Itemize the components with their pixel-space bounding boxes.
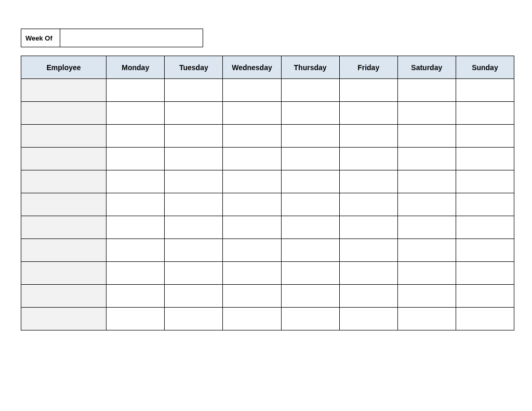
schedule-cell[interactable] <box>281 239 339 262</box>
schedule-cell[interactable] <box>223 308 281 330</box>
header-thursday: Thursday <box>281 56 339 79</box>
schedule-cell[interactable] <box>397 125 456 148</box>
schedule-cell[interactable] <box>397 239 456 262</box>
schedule-cell[interactable] <box>339 216 397 239</box>
schedule-cell[interactable] <box>223 170 281 193</box>
schedule-cell[interactable] <box>165 148 223 170</box>
schedule-cell[interactable] <box>456 148 514 170</box>
week-of-label: Week Of <box>21 29 60 47</box>
schedule-cell[interactable] <box>165 216 223 239</box>
schedule-cell[interactable] <box>165 308 223 330</box>
employee-cell[interactable] <box>21 285 107 308</box>
schedule-cell[interactable] <box>397 102 456 125</box>
schedule-cell[interactable] <box>281 308 339 330</box>
schedule-cell[interactable] <box>107 308 165 330</box>
schedule-cell[interactable] <box>397 79 456 102</box>
schedule-cell[interactable] <box>281 102 339 125</box>
schedule-cell[interactable] <box>456 79 514 102</box>
schedule-cell[interactable] <box>456 239 514 262</box>
schedule-cell[interactable] <box>456 125 514 148</box>
schedule-cell[interactable] <box>165 285 223 308</box>
employee-cell[interactable] <box>21 239 107 262</box>
schedule-cell[interactable] <box>223 193 281 216</box>
schedule-cell[interactable] <box>165 79 223 102</box>
schedule-cell[interactable] <box>223 216 281 239</box>
header-friday: Friday <box>339 56 397 79</box>
week-of-input[interactable] <box>60 29 203 47</box>
schedule-cell[interactable] <box>281 262 339 285</box>
schedule-cell[interactable] <box>397 262 456 285</box>
week-of-group: Week Of <box>21 29 514 47</box>
employee-cell[interactable] <box>21 102 107 125</box>
schedule-cell[interactable] <box>339 308 397 330</box>
table-row <box>21 102 514 125</box>
table-row <box>21 170 514 193</box>
schedule-cell[interactable] <box>281 216 339 239</box>
schedule-cell[interactable] <box>107 79 165 102</box>
employee-cell[interactable] <box>21 216 107 239</box>
schedule-cell[interactable] <box>281 285 339 308</box>
schedule-cell[interactable] <box>107 148 165 170</box>
schedule-cell[interactable] <box>165 102 223 125</box>
employee-cell[interactable] <box>21 79 107 102</box>
schedule-cell[interactable] <box>223 79 281 102</box>
schedule-cell[interactable] <box>281 79 339 102</box>
schedule-cell[interactable] <box>397 193 456 216</box>
schedule-cell[interactable] <box>339 125 397 148</box>
schedule-cell[interactable] <box>281 125 339 148</box>
header-employee: Employee <box>21 56 107 79</box>
schedule-cell[interactable] <box>339 193 397 216</box>
schedule-cell[interactable] <box>339 102 397 125</box>
schedule-cell[interactable] <box>107 170 165 193</box>
schedule-cell[interactable] <box>223 125 281 148</box>
schedule-cell[interactable] <box>397 308 456 330</box>
employee-cell[interactable] <box>21 308 107 330</box>
schedule-cell[interactable] <box>223 102 281 125</box>
schedule-cell[interactable] <box>339 239 397 262</box>
schedule-cell[interactable] <box>397 148 456 170</box>
schedule-cell[interactable] <box>281 148 339 170</box>
schedule-cell[interactable] <box>456 193 514 216</box>
employee-cell[interactable] <box>21 148 107 170</box>
employee-cell[interactable] <box>21 125 107 148</box>
schedule-cell[interactable] <box>165 125 223 148</box>
schedule-cell[interactable] <box>339 170 397 193</box>
schedule-cell[interactable] <box>223 285 281 308</box>
schedule-cell[interactable] <box>223 148 281 170</box>
schedule-cell[interactable] <box>165 239 223 262</box>
employee-cell[interactable] <box>21 262 107 285</box>
schedule-cell[interactable] <box>339 262 397 285</box>
schedule-cell[interactable] <box>223 262 281 285</box>
header-monday: Monday <box>107 56 165 79</box>
schedule-cell[interactable] <box>107 102 165 125</box>
header-row: Employee Monday Tuesday Wednesday Thursd… <box>21 56 514 79</box>
schedule-cell[interactable] <box>107 193 165 216</box>
schedule-cell[interactable] <box>397 216 456 239</box>
schedule-cell[interactable] <box>281 193 339 216</box>
schedule-cell[interactable] <box>107 285 165 308</box>
schedule-cell[interactable] <box>339 148 397 170</box>
schedule-cell[interactable] <box>456 216 514 239</box>
schedule-cell[interactable] <box>165 262 223 285</box>
schedule-cell[interactable] <box>339 79 397 102</box>
schedule-cell[interactable] <box>107 239 165 262</box>
schedule-cell[interactable] <box>107 125 165 148</box>
schedule-cell[interactable] <box>456 102 514 125</box>
schedule-cell[interactable] <box>165 193 223 216</box>
schedule-cell[interactable] <box>456 170 514 193</box>
schedule-cell[interactable] <box>107 262 165 285</box>
schedule-cell[interactable] <box>107 216 165 239</box>
table-row <box>21 285 514 308</box>
header-wednesday: Wednesday <box>223 56 281 79</box>
schedule-cell[interactable] <box>456 308 514 330</box>
schedule-cell[interactable] <box>397 285 456 308</box>
employee-cell[interactable] <box>21 193 107 216</box>
schedule-cell[interactable] <box>456 262 514 285</box>
schedule-cell[interactable] <box>165 170 223 193</box>
schedule-cell[interactable] <box>223 239 281 262</box>
schedule-cell[interactable] <box>456 285 514 308</box>
schedule-cell[interactable] <box>397 170 456 193</box>
employee-cell[interactable] <box>21 170 107 193</box>
schedule-cell[interactable] <box>281 170 339 193</box>
schedule-cell[interactable] <box>339 285 397 308</box>
